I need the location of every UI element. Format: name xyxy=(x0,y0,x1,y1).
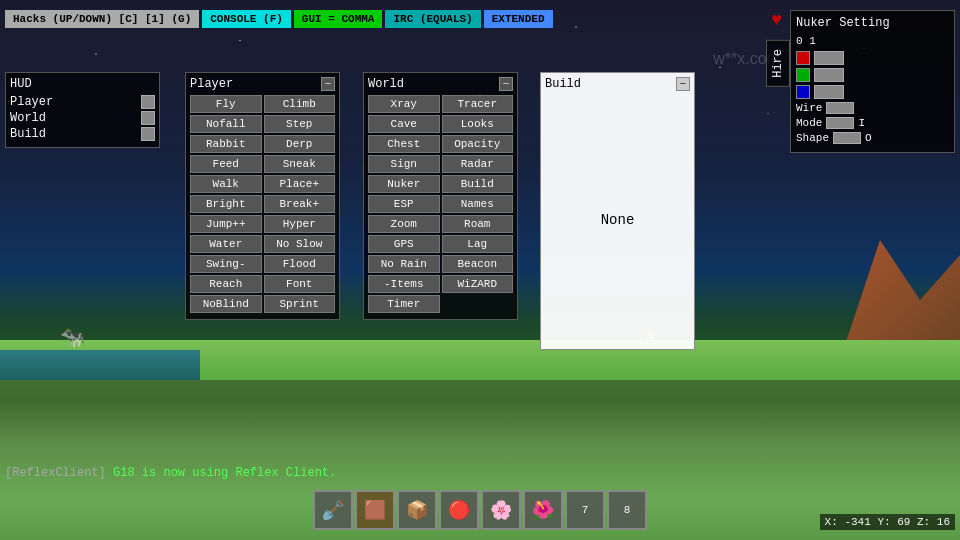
hire-button[interactable]: Hire xyxy=(766,40,790,87)
hotbar-count-7: 7 xyxy=(582,504,589,516)
world-row-5: ESP Names xyxy=(368,195,513,213)
lag-button[interactable]: Lag xyxy=(442,235,514,253)
player-row-7: Water No Slow xyxy=(190,235,335,253)
nuker-green-swatch[interactable] xyxy=(796,68,810,82)
world-row-7: GPS Lag xyxy=(368,235,513,253)
nofall-button[interactable]: Nofall xyxy=(190,115,262,133)
player-panel-header: Player — xyxy=(190,77,335,91)
tracer-button[interactable]: Tracer xyxy=(442,95,514,113)
noslow-button[interactable]: No Slow xyxy=(264,235,336,253)
world-panel-close[interactable]: — xyxy=(499,77,513,91)
noblind-button[interactable]: NoBlind xyxy=(190,295,262,313)
walk-button[interactable]: Walk xyxy=(190,175,262,193)
rabbit-button[interactable]: Rabbit xyxy=(190,135,262,153)
hacks-button[interactable]: Hacks (UP/DOWN) [C] [1] (G) xyxy=(5,10,199,28)
beacon-button[interactable]: Beacon xyxy=(442,255,514,273)
player-row-2: Rabbit Derp xyxy=(190,135,335,153)
world-row-1: Cave Looks xyxy=(368,115,513,133)
nuker-value: 0 1 xyxy=(796,35,949,47)
nuker-blue-input[interactable] xyxy=(814,85,844,99)
nuker-wire-toggle[interactable] xyxy=(826,102,854,114)
chat-message: G18 is now using Reflex Client. xyxy=(113,466,336,480)
hotbar-slot-4[interactable]: 🔴 xyxy=(439,490,479,530)
fly-button[interactable]: Fly xyxy=(190,95,262,113)
console-button[interactable]: CONSOLE (F) xyxy=(202,10,291,28)
hotbar-slot-1[interactable]: 🪏 xyxy=(313,490,353,530)
hotbar-slot-3[interactable]: 📦 xyxy=(397,490,437,530)
top-menu-bar: Hacks (UP/DOWN) [C] [1] (G) CONSOLE (F) … xyxy=(5,10,553,28)
irc-button[interactable]: IRC (EQUALS) xyxy=(385,10,480,28)
flood-button[interactable]: Flood xyxy=(264,255,336,273)
nuker-mode-toggle[interactable] xyxy=(826,117,854,129)
nuker-shape-toggle[interactable] xyxy=(833,132,861,144)
wizard-button[interactable]: WiZARD xyxy=(442,275,514,293)
nuker-panel-title: Nuker Setting xyxy=(796,16,890,30)
hyper-button[interactable]: Hyper xyxy=(264,215,336,233)
build-panel-close[interactable]: — xyxy=(676,77,690,91)
nuker-red-swatch[interactable] xyxy=(796,51,810,65)
xray-button[interactable]: Xray xyxy=(368,95,440,113)
nuker-mode-value: I xyxy=(858,117,865,129)
sign-button[interactable]: Sign xyxy=(368,155,440,173)
cave-button[interactable]: Cave xyxy=(368,115,440,133)
water-button[interactable]: Water xyxy=(190,235,262,253)
world-panel-title: World xyxy=(368,77,404,91)
chest-button[interactable]: Chest xyxy=(368,135,440,153)
zoom-button[interactable]: Zoom xyxy=(368,215,440,233)
nuker-green-input[interactable] xyxy=(814,68,844,82)
nuker-red-input[interactable] xyxy=(814,51,844,65)
feed-button[interactable]: Feed xyxy=(190,155,262,173)
hotbar-slot-8[interactable]: 8 xyxy=(607,490,647,530)
derp-button[interactable]: Derp xyxy=(264,135,336,153)
sprint-button[interactable]: Sprint xyxy=(264,295,336,313)
gui-button[interactable]: GUI = COMMA xyxy=(294,10,383,28)
player-panel-close[interactable]: — xyxy=(321,77,335,91)
hud-world-row: World xyxy=(10,111,155,125)
roam-button[interactable]: Roam xyxy=(442,215,514,233)
extended-button[interactable]: EXTENDED xyxy=(484,10,553,28)
breakplus-button[interactable]: Break+ xyxy=(264,195,336,213)
opacity-button[interactable]: Opacity xyxy=(442,135,514,153)
nuker-color-row-2 xyxy=(796,85,949,99)
bright-button[interactable]: Bright xyxy=(190,195,262,213)
nuker-shape-value: O xyxy=(865,132,872,144)
hud-player-label: Player xyxy=(10,95,53,109)
coordinates-display: X: -341 Y: 69 Z: 16 xyxy=(820,514,955,530)
heart-icon[interactable]: ♥ xyxy=(771,10,782,30)
hotbar: 🪏 🟫 📦 🔴 🌸 🌺 7 8 xyxy=(313,490,647,530)
mob-silhouette: 🐄 xyxy=(60,325,85,350)
build-button[interactable]: Build xyxy=(442,175,514,193)
sneak-button[interactable]: Sneak xyxy=(264,155,336,173)
player-row-6: Jump++ Hyper xyxy=(190,215,335,233)
hud-player-checkbox[interactable] xyxy=(141,95,155,109)
hotbar-slot-2[interactable]: 🟫 xyxy=(355,490,395,530)
hotbar-slot-7[interactable]: 7 xyxy=(565,490,605,530)
norain-button[interactable]: No Rain xyxy=(368,255,440,273)
world-row-3: Sign Radar xyxy=(368,155,513,173)
radar-button[interactable]: Radar xyxy=(442,155,514,173)
build-panel: Build — None xyxy=(540,72,695,350)
names-button[interactable]: Names xyxy=(442,195,514,213)
timer-button[interactable]: Timer xyxy=(368,295,440,313)
hud-world-checkbox[interactable] xyxy=(141,111,155,125)
items-button[interactable]: -Items xyxy=(368,275,440,293)
reach-button[interactable]: Reach xyxy=(190,275,262,293)
swingminus-button[interactable]: Swing- xyxy=(190,255,262,273)
hotbar-slot-6[interactable]: 🌺 xyxy=(523,490,563,530)
hud-build-label: Build xyxy=(10,127,46,141)
hotbar-count-8: 8 xyxy=(624,504,631,516)
nuker-wire-label: Wire xyxy=(796,102,822,114)
placeplus-button[interactable]: Place+ xyxy=(264,175,336,193)
gps-button[interactable]: GPS xyxy=(368,235,440,253)
chat-prefix: [ReflexClient] xyxy=(5,466,106,480)
looks-button[interactable]: Looks xyxy=(442,115,514,133)
climb-button[interactable]: Climb xyxy=(264,95,336,113)
jumpplusplus-button[interactable]: Jump++ xyxy=(190,215,262,233)
step-button[interactable]: Step xyxy=(264,115,336,133)
nuker-button[interactable]: Nuker xyxy=(368,175,440,193)
hud-build-checkbox[interactable] xyxy=(141,127,155,141)
font-button[interactable]: Font xyxy=(264,275,336,293)
nuker-blue-swatch[interactable] xyxy=(796,85,810,99)
esp-button[interactable]: ESP xyxy=(368,195,440,213)
hotbar-slot-5[interactable]: 🌸 xyxy=(481,490,521,530)
